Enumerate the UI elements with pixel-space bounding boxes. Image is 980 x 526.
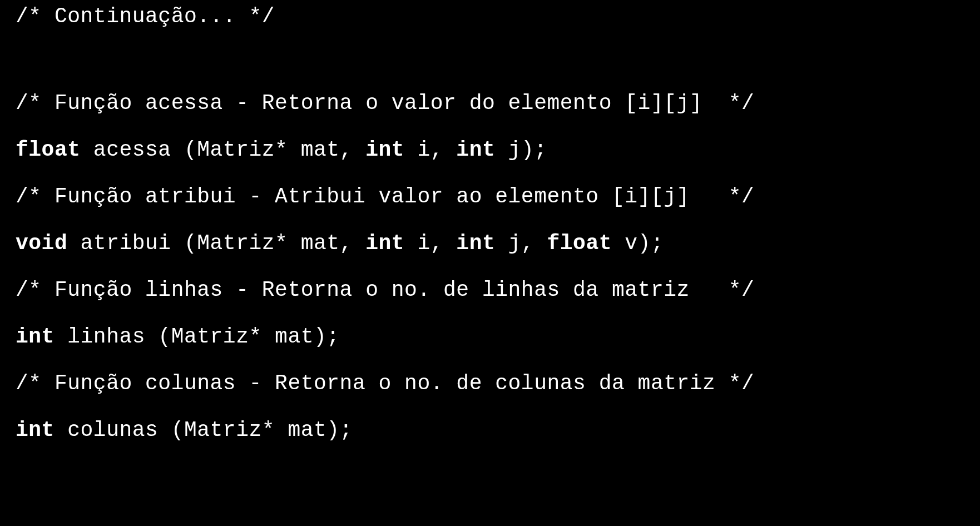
code-text: /* Função linhas - Retorna o no. de linh…: [16, 278, 754, 302]
code-text: i,: [404, 231, 456, 255]
code-keyword: int: [16, 418, 55, 442]
code-text: j,: [495, 231, 547, 255]
code-line: /* Função linhas - Retorna o no. de linh…: [0, 267, 980, 314]
code-keyword: int: [456, 138, 495, 162]
code-keyword: void: [16, 231, 67, 255]
code-line: void atribui (Matriz* mat, int i, int j,…: [0, 220, 980, 267]
code-line: /* Função colunas - Retorna o no. de col…: [0, 360, 980, 407]
code-keyword: int: [365, 138, 404, 162]
code-text: linhas (Matriz* mat);: [55, 325, 340, 349]
code-text: j);: [495, 138, 547, 162]
code-keyword: int: [365, 231, 404, 255]
code-text: i,: [404, 138, 456, 162]
code-line: [0, 33, 980, 80]
code-text: atribui (Matriz* mat,: [67, 231, 365, 255]
code-keyword: float: [547, 231, 612, 255]
code-text: /* Função atribui - Atribui valor ao ele…: [16, 185, 754, 209]
code-text: /* Função acessa - Retorna o valor do el…: [16, 91, 754, 115]
code-text: acessa (Matriz* mat,: [81, 138, 366, 162]
code-text: v);: [612, 231, 664, 255]
code-line: float acessa (Matriz* mat, int i, int j)…: [0, 127, 980, 173]
code-keyword: int: [16, 325, 55, 349]
code-line: /* Função acessa - Retorna o valor do el…: [0, 80, 980, 127]
code-line: /* Continuação... */: [0, 0, 980, 33]
code-text: /* Continuação... */: [16, 4, 275, 28]
code-line: int linhas (Matriz* mat);: [0, 314, 980, 360]
code-line: int colunas (Matriz* mat);: [0, 407, 980, 454]
code-text: colunas (Matriz* mat);: [55, 418, 353, 442]
code-block: /* Continuação... *//* Função acessa - R…: [0, 0, 980, 454]
code-keyword: float: [16, 138, 81, 162]
code-line: /* Função atribui - Atribui valor ao ele…: [0, 173, 980, 220]
code-text: /* Função colunas - Retorna o no. de col…: [16, 371, 754, 395]
code-keyword: int: [456, 231, 495, 255]
